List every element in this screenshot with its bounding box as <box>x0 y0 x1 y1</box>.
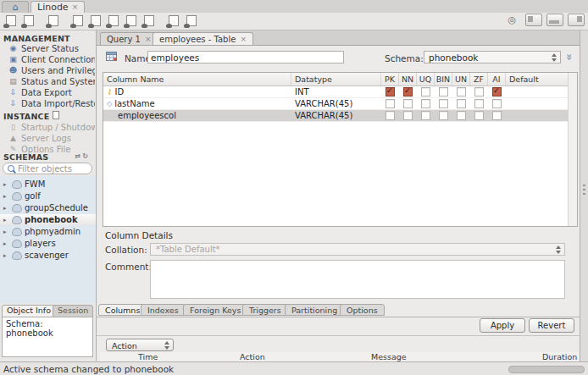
checkbox-pk[interactable] <box>386 111 395 120</box>
revert-button[interactable]: Revert <box>529 318 574 333</box>
sidebar-item-users-privileges[interactable]: ☻ Users and Privileges <box>8 65 95 75</box>
schema-item-phpmyadmin[interactable]: ▸ phpmyadmin <box>0 226 96 237</box>
schema-filter-input[interactable]: Filter objects <box>3 163 92 174</box>
expand-arrow-icon[interactable]: ▸ <box>3 240 9 247</box>
checkbox-un[interactable] <box>457 99 466 108</box>
sidebar-item-server-status[interactable]: ◉ Server Status <box>8 43 95 53</box>
schema-item-phonebook[interactable]: ▸ phonebook <box>0 214 96 225</box>
ao-col-time[interactable]: Time <box>138 352 158 361</box>
schema-select[interactable]: phonebook <box>424 51 561 63</box>
checkbox-zf[interactable] <box>474 111 484 120</box>
open-sql-script-icon[interactable] <box>21 15 36 28</box>
schema-item-groupschedule[interactable]: ▸ groupSchedule <box>0 202 96 213</box>
col-header-datatype[interactable]: Datatype <box>291 73 381 85</box>
tab-partitioning[interactable]: Partitioning <box>285 304 344 316</box>
tab-object-info[interactable]: Object Info <box>2 305 56 317</box>
create-procedure-icon[interactable] <box>124 15 138 28</box>
comment-textarea[interactable] <box>150 260 565 299</box>
search-data-icon[interactable] <box>166 15 180 28</box>
grid-row-lastname[interactable]: ◇lastName VARCHAR(45) <box>103 98 569 110</box>
ao-col-duration[interactable]: Duration / Fetch <box>542 352 579 361</box>
checkbox-bin[interactable] <box>439 111 448 120</box>
grid-row-employeescol[interactable]: employeescol VARCHAR(45) <box>103 110 569 122</box>
toggle-left-panel-icon[interactable] <box>525 14 542 26</box>
reconnect-dbms-icon[interactable] <box>184 15 198 28</box>
checkbox-pk[interactable] <box>386 99 395 108</box>
close-icon[interactable]: × <box>145 36 152 43</box>
col-header-ai[interactable]: AI <box>488 73 506 85</box>
horizontal-scrollbar[interactable] <box>508 366 585 373</box>
col-header-nn[interactable]: NN <box>399 73 417 85</box>
checkbox-ai[interactable] <box>492 87 502 97</box>
home-tab[interactable]: ⌂ <box>2 1 29 13</box>
expand-arrow-icon[interactable]: ▸ <box>3 229 9 235</box>
sidebar-item-data-import[interactable]: ⇩ Data Import/Restore <box>8 98 95 108</box>
col-header-name[interactable]: Column Name <box>103 73 291 85</box>
checkbox-uq[interactable] <box>421 99 430 108</box>
sidebar-item-client-connections[interactable]: ▣ Client Connections <box>8 54 95 64</box>
tab-options[interactable]: Options <box>340 304 385 316</box>
col-header-bin[interactable]: BIN <box>435 73 452 85</box>
sidebar-item-startup-shutdown[interactable]: ▯ Startup / Shutdown <box>8 122 95 132</box>
inspect-database-icon[interactable] <box>46 15 60 28</box>
checkbox-nn[interactable] <box>403 87 413 97</box>
create-table-icon[interactable] <box>88 15 103 28</box>
checkbox-zf[interactable] <box>474 87 484 97</box>
create-function-icon[interactable] <box>141 15 156 28</box>
tab-query-1[interactable]: Query 1 × <box>100 32 158 45</box>
checkbox-zf[interactable] <box>474 99 484 108</box>
sidebar-item-status-variables[interactable]: ▤ Status and System Variables <box>8 76 95 86</box>
checkbox-ai[interactable] <box>492 111 502 120</box>
col-header-zf[interactable]: ZF <box>470 73 488 85</box>
close-icon[interactable]: × <box>72 3 79 11</box>
stepper-icon[interactable] <box>555 245 563 254</box>
col-header-pk[interactable]: PK <box>381 73 399 85</box>
ao-col-message[interactable]: Message <box>371 352 407 361</box>
checkbox-bin[interactable] <box>439 99 448 108</box>
checkbox-uq[interactable] <box>421 111 430 120</box>
checkbox-pk[interactable] <box>386 87 395 97</box>
schemas-header-icons[interactable]: ⇄↻ <box>75 152 90 160</box>
create-schema-icon[interactable] <box>70 15 85 28</box>
tab-columns[interactable]: Columns <box>98 304 147 316</box>
expand-arrow-icon[interactable]: ▸ <box>3 181 9 188</box>
grid-row-id[interactable]: ⚷ID INT <box>103 86 569 98</box>
checkbox-uq[interactable] <box>421 87 430 97</box>
tab-employees-table[interactable]: employees - Table × <box>153 32 253 45</box>
col-header-un[interactable]: UN <box>452 73 470 85</box>
schema-item-golf[interactable]: ▸ golf <box>0 190 96 201</box>
checkbox-un[interactable] <box>457 87 466 97</box>
checkbox-un[interactable] <box>457 111 466 120</box>
checkbox-nn[interactable] <box>403 111 413 120</box>
table-name-input[interactable] <box>147 51 344 63</box>
col-header-default[interactable]: Default <box>506 73 569 85</box>
col-header-uq[interactable]: UQ <box>417 73 435 85</box>
schema-item-scavenger[interactable]: ▸ scavenger <box>0 250 96 261</box>
tab-triggers[interactable]: Triggers <box>242 304 288 316</box>
stepper-icon[interactable] <box>551 53 558 62</box>
apply-button[interactable]: Apply <box>480 318 525 333</box>
checkbox-nn[interactable] <box>403 99 413 108</box>
session-tab-linode[interactable]: Linode × <box>31 1 85 13</box>
expand-arrow-icon[interactable]: ▸ <box>3 205 9 212</box>
checkbox-ai[interactable] <box>492 99 502 108</box>
schema-item-players[interactable]: ▸ players <box>0 238 96 249</box>
toggle-bottom-panel-icon[interactable] <box>546 14 563 26</box>
vertical-scrollbar[interactable] <box>568 73 577 226</box>
stepper-icon[interactable] <box>164 341 171 350</box>
sidebar-item-server-logs[interactable]: ▲ Server Logs <box>8 133 95 143</box>
tab-foreign-keys[interactable]: Foreign Keys <box>183 304 247 316</box>
schema-item-fwm[interactable]: ▸ FWM <box>0 179 96 190</box>
expand-editor-icon[interactable]: » <box>563 53 576 58</box>
toggle-right-panel-icon[interactable] <box>568 14 585 26</box>
right-panel-splitter[interactable] <box>580 30 588 361</box>
expand-arrow-icon[interactable]: ▸ <box>3 252 9 259</box>
ao-col-action[interactable]: Action <box>240 352 265 361</box>
sidebar-item-data-export[interactable]: ⇩ Data Export <box>8 87 95 97</box>
tab-session[interactable]: Session <box>53 305 93 317</box>
create-view-icon[interactable] <box>106 15 120 28</box>
close-icon[interactable]: × <box>240 36 247 43</box>
expand-arrow-icon[interactable]: ▸ <box>3 193 9 200</box>
new-query-tab-icon[interactable] <box>3 15 18 28</box>
checkbox-bin[interactable] <box>439 87 448 97</box>
